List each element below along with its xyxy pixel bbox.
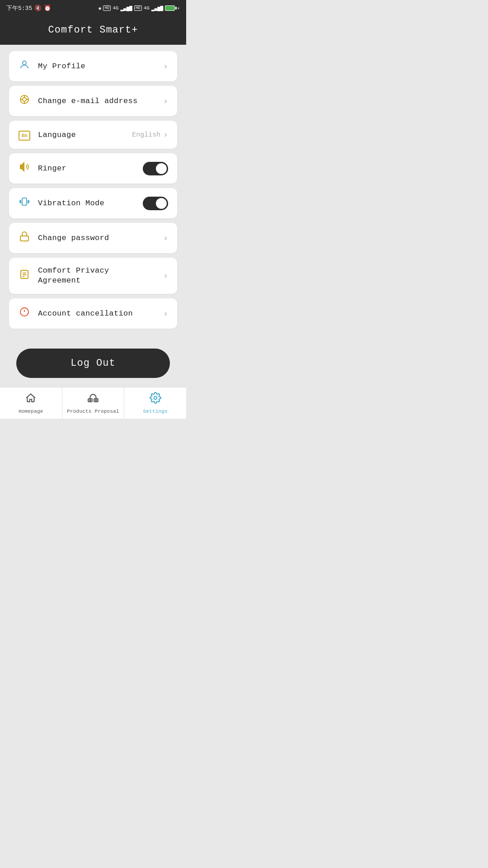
ringer-icon xyxy=(18,161,31,175)
battery-bolt: ⚡ xyxy=(177,5,180,11)
language-icon: En xyxy=(18,129,31,141)
main-content: My Profile › Change e-mail address › En xyxy=(0,45,186,335)
toggle-knob xyxy=(156,198,167,209)
menu-item-right: › xyxy=(163,97,168,106)
status-right: ✱ HD 4G ▂▄▆█ HD 4G ▂▄▆█ ⚡ xyxy=(99,5,180,11)
menu-item-left: Account cancellation xyxy=(18,307,133,321)
menu-item-left: Vibration Mode xyxy=(18,196,104,210)
nav-item-homepage[interactable]: Homepage xyxy=(0,387,62,419)
menu-item-right: › xyxy=(163,271,168,280)
chevron-icon: › xyxy=(163,130,168,139)
email-icon xyxy=(18,94,31,108)
hd-badge-2: HD xyxy=(134,5,142,11)
svg-point-1 xyxy=(23,98,26,101)
chevron-icon: › xyxy=(163,97,168,106)
hd-badge-1: HD xyxy=(103,5,111,11)
menu-item-right xyxy=(143,162,168,175)
menu-item-ringer[interactable]: Ringer xyxy=(9,153,177,184)
chevron-icon: › xyxy=(163,271,168,280)
bottom-nav: Homepage Products Proposal Settings xyxy=(0,387,186,419)
svg-point-19 xyxy=(89,400,90,401)
profile-icon xyxy=(18,59,31,73)
my-profile-label: My Profile xyxy=(38,62,85,71)
signal-4g-1: 4G xyxy=(113,5,118,11)
privacy-icon xyxy=(18,269,31,283)
menu-item-privacy[interactable]: Comfort PrivacyAgreement › xyxy=(9,258,177,294)
logout-area: Log Out xyxy=(0,335,186,387)
menu-item-left: Ringer xyxy=(18,161,66,175)
bluetooth-icon: ✱ xyxy=(99,5,102,11)
password-icon xyxy=(18,231,31,245)
svg-point-0 xyxy=(23,61,26,65)
menu-item-language[interactable]: En Language English › xyxy=(9,121,177,149)
menu-item-account-cancellation[interactable]: Account cancellation › xyxy=(9,298,177,329)
status-bar: 下午5:35 🔇 ⏰ ✱ HD 4G ▂▄▆█ HD 4G ▂▄▆█ ⚡ xyxy=(0,0,186,16)
nav-item-products[interactable]: Products Proposal xyxy=(62,387,125,419)
change-password-label: Change password xyxy=(38,234,109,242)
vibration-label: Vibration Mode xyxy=(38,199,104,208)
home-icon xyxy=(25,392,37,407)
settings-label: Settings xyxy=(143,409,167,414)
menu-item-change-password[interactable]: Change password › xyxy=(9,223,177,253)
ringer-label: Ringer xyxy=(38,164,66,173)
menu-item-left: Comfort PrivacyAgreement xyxy=(18,266,109,286)
chevron-icon: › xyxy=(163,234,168,243)
svg-point-20 xyxy=(95,400,96,401)
menu-item-right: › xyxy=(163,309,168,318)
battery-icon xyxy=(165,5,175,11)
silent-icon: 🔇 xyxy=(34,5,42,12)
status-left: 下午5:35 🔇 ⏰ xyxy=(6,4,51,12)
menu-item-right xyxy=(143,197,168,210)
nav-item-settings[interactable]: Settings xyxy=(124,387,186,419)
change-email-label: Change e-mail address xyxy=(38,97,138,105)
products-icon xyxy=(87,392,99,407)
toggle-knob xyxy=(156,163,167,174)
signal-bars-2: ▂▄▆█ xyxy=(151,5,163,11)
svg-marker-3 xyxy=(20,163,24,171)
menu-item-my-profile[interactable]: My Profile › xyxy=(9,51,177,81)
svg-rect-9 xyxy=(20,236,28,241)
chevron-icon: › xyxy=(163,62,168,71)
alarm-icon: ⏰ xyxy=(44,5,51,12)
menu-item-left: Change e-mail address xyxy=(18,94,138,108)
menu-item-left: Change password xyxy=(18,231,109,245)
menu-item-right: › xyxy=(163,62,168,71)
chevron-icon: › xyxy=(163,309,168,318)
account-cancellation-label: Account cancellation xyxy=(38,309,133,318)
menu-item-right: English › xyxy=(132,130,168,139)
svg-point-21 xyxy=(154,396,157,400)
menu-item-left: My Profile xyxy=(18,59,85,73)
app-header: Comfort Smart+ xyxy=(0,16,186,45)
homepage-label: Homepage xyxy=(19,409,43,414)
cancel-icon xyxy=(18,307,31,321)
products-label: Products Proposal xyxy=(67,409,119,414)
menu-item-vibration[interactable]: Vibration Mode xyxy=(9,188,177,218)
logout-button[interactable]: Log Out xyxy=(16,349,170,378)
language-value: English xyxy=(132,131,160,139)
svg-rect-4 xyxy=(22,198,27,205)
menu-item-right: › xyxy=(163,234,168,243)
lang-box: En xyxy=(19,131,30,141)
time-display: 下午5:35 xyxy=(6,4,32,12)
vibration-toggle[interactable] xyxy=(143,197,168,210)
menu-item-left: En Language xyxy=(18,129,76,141)
app-title: Comfort Smart+ xyxy=(48,24,138,36)
signal-bars-1: ▂▄▆█ xyxy=(120,5,132,11)
settings-icon xyxy=(150,392,161,407)
menu-item-change-email[interactable]: Change e-mail address › xyxy=(9,86,177,116)
signal-4g-2: 4G xyxy=(144,5,150,11)
language-label: Language xyxy=(38,131,76,139)
privacy-label: Comfort PrivacyAgreement xyxy=(38,266,109,286)
vibration-icon xyxy=(18,196,31,210)
ringer-toggle[interactable] xyxy=(143,162,168,175)
